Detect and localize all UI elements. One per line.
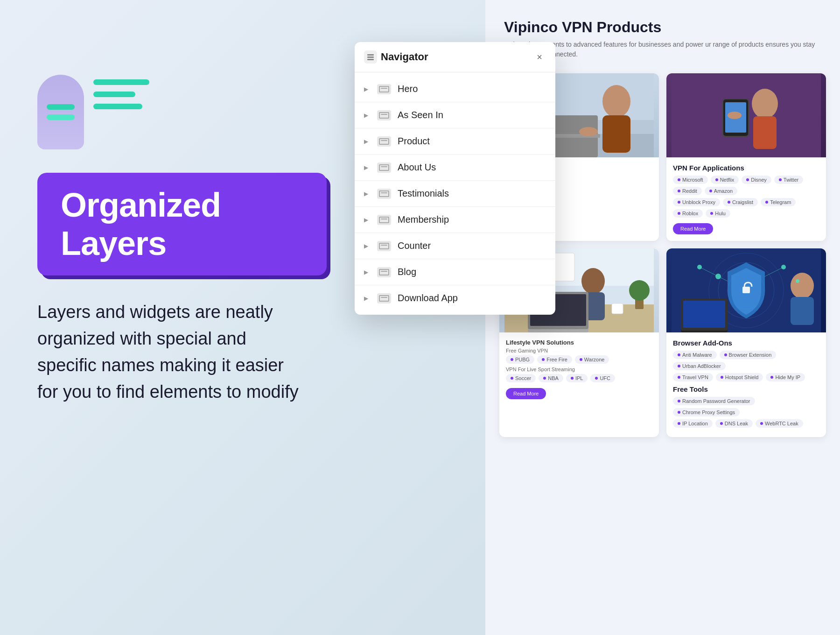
nav-label-hero: Hero: [398, 84, 418, 94]
tag-hide-my-ip: Hide My IP: [766, 373, 805, 381]
line-bar-2: [93, 92, 135, 97]
tag-telegram: Telegram: [761, 198, 796, 206]
nav-item-download-app[interactable]: ▶ Download App: [355, 285, 555, 311]
nav-widget-icon-as-seen-in: [377, 110, 391, 120]
nav-arrow-product: ▶: [364, 138, 371, 145]
tag-hulu: Hulu: [706, 209, 730, 218]
nav-widget-icon-counter: [377, 241, 391, 251]
card-image-vpn-apps: [666, 73, 826, 157]
navigator-title: Navigator: [381, 51, 428, 63]
vpn-apps-tag-row-2: Unblock Proxy Craigslist Telegram Roblox…: [673, 198, 819, 218]
nav-widget-icon-blog: [377, 267, 391, 277]
nav-item-counter[interactable]: ▶ Counter: [355, 233, 555, 259]
nav-item-testimonials[interactable]: ▶ Testimonials: [355, 181, 555, 207]
preview-card-vpn-apps: VPN For Applications Microsoft Netflix D…: [666, 73, 826, 241]
tag-soccer: Soccer: [506, 374, 536, 382]
title-badge: Organized Layers: [37, 173, 327, 275]
nav-widget-icon-download-app: [377, 293, 391, 303]
nav-item-product[interactable]: ▶ Product: [355, 128, 555, 155]
svg-point-10: [579, 127, 598, 136]
tag-roblox: Roblox: [673, 209, 703, 218]
nav-items-list: ▶ Hero ▶ As Seen In ▶ Product ▶: [355, 72, 555, 315]
navigator-header: Navigator ×: [355, 42, 555, 72]
gaming-vpn-subtitle: Free Gaming VPN: [506, 348, 652, 353]
svg-rect-36: [791, 297, 814, 325]
sport-tag-row: Soccer NBA IPL UFC: [506, 374, 652, 382]
nav-widget-inner-counter: [379, 243, 389, 249]
tag-dns-leak: DNS Leak: [715, 419, 753, 428]
vpn-apps-read-more[interactable]: Read More: [673, 223, 713, 234]
nav-label-counter: Counter: [398, 240, 431, 251]
tag-netflix: Netflix: [711, 176, 739, 184]
nav-label-testimonials: Testimonials: [398, 188, 449, 199]
tag-amazon: Amazon: [705, 187, 737, 195]
line-bar-3: [93, 104, 142, 109]
svg-point-22: [581, 268, 605, 294]
nav-widget-icon-hero: [377, 84, 391, 94]
lifestyle-title: Lifestyle VPN Solutions: [506, 339, 652, 346]
line-item-3: [93, 104, 149, 109]
nav-item-membership[interactable]: ▶ Membership: [355, 207, 555, 233]
svg-rect-2: [367, 59, 374, 60]
nav-arrow-counter: ▶: [364, 243, 371, 249]
tag-unblock-proxy: Unblock Proxy: [673, 198, 720, 206]
lifestyle-read-more[interactable]: Read More: [506, 388, 546, 399]
tag-hotspot-shield: Hotspot Shield: [716, 373, 763, 381]
feature-icon-group: [37, 75, 327, 149]
nav-label-about-us: About Us: [398, 162, 436, 173]
tag-urban-adblocker: Urban AdBlocker: [673, 362, 726, 370]
browser-addons-row-2: Travel VPN Hotspot Shield Hide My IP: [673, 373, 819, 381]
svg-point-16: [728, 112, 742, 119]
svg-point-8: [602, 85, 630, 118]
nav-label-as-seen-in: As Seen In: [398, 110, 443, 120]
navigator-icon: [364, 50, 377, 64]
svg-rect-34: [742, 287, 750, 293]
nav-item-about-us[interactable]: ▶ About Us: [355, 155, 555, 181]
nav-widget-inner-testimonials: [379, 190, 389, 197]
close-button[interactable]: ×: [533, 50, 546, 64]
gaming-tag-row: PUBG Free Fire Warzone: [506, 355, 652, 364]
svg-point-35: [791, 273, 814, 299]
free-tools-row-2: IP Location DNS Leak WebRTC Leak: [673, 419, 819, 428]
svg-rect-29: [612, 303, 623, 314]
nav-widget-icon-testimonials: [377, 189, 391, 199]
tag-anti-malware: Anti Malware: [673, 351, 717, 359]
nav-label-download-app: Download App: [398, 293, 458, 303]
svg-rect-13: [753, 116, 777, 149]
cyber-card-info: Browser Add-Ons Anti Malware Browser Ext…: [666, 332, 826, 437]
tag-microsoft: Microsoft: [673, 176, 708, 184]
tag-travel-vpn: Travel VPN: [673, 373, 713, 381]
svg-point-43: [796, 279, 799, 283]
line-item-1: [93, 79, 149, 85]
free-tools-row: Random Password Generator Chrome Proxy S…: [673, 397, 819, 416]
nav-widget-icon-product: [377, 136, 391, 147]
left-section: Organized Layers Layers and widgets are …: [37, 75, 327, 405]
tube-icon: [37, 75, 84, 149]
nav-arrow-as-seen-in: ▶: [364, 112, 371, 119]
nav-item-as-seen-in[interactable]: ▶ As Seen In: [355, 102, 555, 128]
sport-vpn-subtitle: VPN For Live Sport Streaming: [506, 367, 652, 372]
svg-point-12: [752, 89, 778, 119]
nav-arrow-blog: ▶: [364, 269, 371, 275]
tube-bar-1: [47, 104, 75, 110]
nav-widget-icon-membership: [377, 215, 391, 225]
nav-item-hero[interactable]: ▶ Hero: [355, 76, 555, 102]
card-image-cyber: [666, 248, 826, 332]
nav-item-blog[interactable]: ▶ Blog: [355, 259, 555, 285]
browser-addons-row: Anti Malware Browser Extension Urban AdB…: [673, 351, 819, 370]
close-icon: ×: [537, 52, 542, 63]
line-item-2: [93, 92, 149, 97]
nav-label-product: Product: [398, 136, 430, 147]
nav-arrow-membership: ▶: [364, 217, 371, 223]
tag-ipl: IPL: [566, 374, 588, 382]
tag-browser-extension: Browser Extension: [720, 351, 777, 359]
tag-chrome-proxy: Chrome Proxy Settings: [673, 408, 740, 416]
tag-password-gen: Random Password Generator: [673, 397, 755, 405]
tag-craigslist: Craigslist: [723, 198, 758, 206]
nav-widget-icon-about-us: [377, 162, 391, 173]
vpn-apps-card-info: VPN For Applications Microsoft Netflix D…: [666, 157, 826, 241]
tube-bar-2: [47, 114, 75, 120]
vpn-apps-section-title: VPN For Applications: [673, 164, 819, 172]
svg-rect-0: [367, 54, 374, 56]
browser-addons-title: Browser Add-Ons: [673, 339, 819, 347]
